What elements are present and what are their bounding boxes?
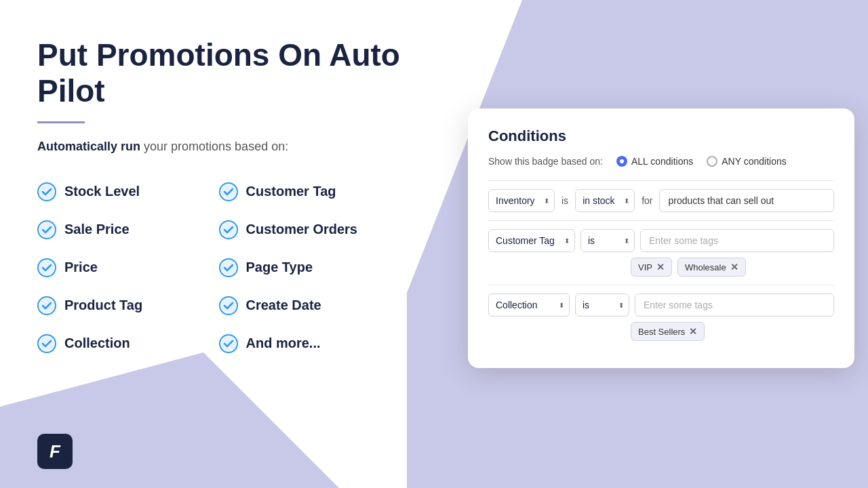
- radio-all-label: ALL conditions: [631, 156, 693, 167]
- radio-any-circle: [707, 156, 717, 167]
- conditions-card: Conditions Show this badge based on: ALL…: [468, 108, 854, 368]
- check-icon-sale-price: [37, 220, 56, 239]
- subtitle-bold: Automatically run: [37, 140, 140, 153]
- feature-label-page-type: Page Type: [246, 260, 313, 275]
- inventory-field-wrapper[interactable]: Inventory ⬍: [488, 189, 555, 212]
- vip-tag-label: VIP: [638, 262, 652, 272]
- check-icon-customer-orders: [219, 220, 238, 239]
- check-icon-and-more: [219, 334, 238, 353]
- feature-item-customer-orders: Customer Orders: [219, 214, 401, 246]
- inventory-op2-wrapper[interactable]: in stock ⬍: [575, 189, 635, 212]
- collection-field-select[interactable]: Collection: [488, 293, 570, 317]
- inventory-for-label: for: [640, 195, 654, 206]
- logo-letter: F: [50, 441, 60, 462]
- customer-tag-field-wrapper[interactable]: Customer Tag ⬍: [488, 229, 575, 252]
- collection-op-wrapper[interactable]: is ⬍: [575, 293, 629, 317]
- divider-3: [488, 285, 834, 285]
- feature-item-collection: Collection: [37, 327, 219, 360]
- collection-tags-row: Best Sellers ✕: [488, 322, 834, 341]
- inventory-operator-label: is: [560, 195, 570, 206]
- check-icon-price: [37, 258, 56, 277]
- svg-point-7: [221, 222, 236, 237]
- check-icon-page-type: [219, 258, 238, 277]
- wholesale-tag-label: Wholesale: [685, 262, 726, 272]
- feature-item-and-more: And more...: [219, 327, 401, 360]
- divider-2: [488, 220, 834, 221]
- customer-tag-row: Customer Tag ⬍ is ⬍: [488, 229, 834, 252]
- check-icon-product-tag: [37, 296, 56, 315]
- feature-item-create-date: Create Date: [219, 289, 401, 322]
- wholesale-tag-remove[interactable]: ✕: [730, 262, 738, 272]
- feature-label-price: Price: [64, 260, 98, 275]
- check-icon-stock-level: [37, 182, 56, 201]
- radio-any-label: ANY conditions: [722, 156, 786, 167]
- inventory-text-input[interactable]: [659, 189, 834, 212]
- divider-1: [488, 180, 834, 181]
- show-badge-label: Show this badge based on:: [488, 156, 603, 167]
- svg-point-1: [39, 184, 54, 199]
- feature-label-and-more: And more...: [246, 336, 321, 351]
- inventory-field-select[interactable]: Inventory: [488, 189, 555, 212]
- inventory-row: Inventory ⬍ is in stock ⬍ for: [488, 189, 834, 212]
- svg-point-17: [39, 336, 54, 351]
- features-grid: Stock Level Customer Tag Sale Price: [37, 176, 400, 360]
- check-icon-collection: [37, 334, 56, 353]
- svg-point-5: [39, 222, 54, 237]
- feature-label-product-tag: Product Tag: [64, 298, 142, 313]
- feature-label-create-date: Create Date: [246, 298, 321, 313]
- collection-field-wrapper[interactable]: Collection ⬍: [488, 293, 570, 317]
- best-sellers-tag: Best Sellers ✕: [631, 322, 705, 341]
- customer-tag-input[interactable]: [640, 229, 834, 252]
- customer-tag-op-wrapper[interactable]: is ⬍: [580, 229, 635, 252]
- feature-item-page-type: Page Type: [219, 251, 401, 284]
- feature-label-customer-tag: Customer Tag: [246, 184, 336, 199]
- customer-tag-op-select[interactable]: is: [580, 229, 635, 252]
- feature-label-collection: Collection: [64, 336, 130, 351]
- collection-row: Collection ⬍ is ⬍: [488, 293, 834, 317]
- subtitle-rest: your promotions based on:: [144, 140, 288, 153]
- svg-point-9: [39, 260, 54, 275]
- svg-point-15: [221, 298, 236, 313]
- collection-input[interactable]: [635, 293, 834, 317]
- feature-item-sale-price: Sale Price: [37, 214, 219, 246]
- feature-label-sale-price: Sale Price: [64, 222, 130, 237]
- radio-all-conditions[interactable]: ALL conditions: [616, 156, 693, 167]
- wholesale-tag: Wholesale ✕: [677, 258, 746, 277]
- best-sellers-tag-remove[interactable]: ✕: [689, 326, 697, 337]
- check-icon-create-date: [219, 296, 238, 315]
- inventory-op2-select[interactable]: in stock: [575, 189, 635, 212]
- collection-op-select[interactable]: is: [575, 293, 629, 317]
- feature-label-stock-level: Stock Level: [64, 184, 140, 199]
- title-divider: [37, 121, 85, 123]
- logo-badge: F: [37, 434, 73, 469]
- svg-point-3: [221, 184, 236, 199]
- check-icon-customer-tag: [219, 182, 238, 201]
- radio-all-circle: [616, 156, 627, 167]
- subtitle: Automatically run your promotions based …: [37, 138, 400, 155]
- vip-tag: VIP ✕: [631, 258, 672, 277]
- feature-item-product-tag: Product Tag: [37, 289, 219, 322]
- feature-label-customer-orders: Customer Orders: [246, 222, 358, 237]
- vip-tag-remove[interactable]: ✕: [656, 262, 665, 272]
- customer-tag-field-select[interactable]: Customer Tag: [488, 229, 575, 252]
- customer-tag-tags-row: VIP ✕ Wholesale ✕: [488, 258, 834, 277]
- feature-item-price: Price: [37, 251, 219, 284]
- svg-point-13: [39, 298, 54, 313]
- radio-any-conditions[interactable]: ANY conditions: [707, 156, 786, 167]
- feature-item-stock-level: Stock Level: [37, 176, 219, 208]
- svg-point-19: [221, 336, 236, 351]
- card-title: Conditions: [488, 127, 834, 145]
- best-sellers-tag-label: Best Sellers: [638, 327, 685, 337]
- svg-point-11: [221, 260, 236, 275]
- page-title: Put Promotions On Auto Pilot: [37, 37, 400, 109]
- feature-item-customer-tag: Customer Tag: [219, 176, 401, 208]
- left-panel: Put Promotions On Auto Pilot Automatical…: [0, 0, 434, 488]
- conditions-header: Show this badge based on: ALL conditions…: [488, 156, 834, 167]
